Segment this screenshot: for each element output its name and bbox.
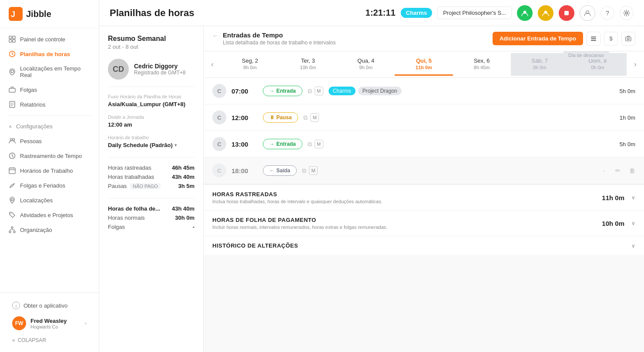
sidebar-nav: Painel de controle Planilhas de horas Lo…: [0, 28, 99, 292]
memo-icon-4[interactable]: M: [309, 166, 318, 175]
collapse-button[interactable]: « COLAPSAR: [7, 334, 92, 347]
project-dragon-tag[interactable]: Project Dragon: [358, 87, 402, 95]
sidebar-section-settings[interactable]: ∧ Configurações: [0, 119, 99, 134]
worked-hours-value: 43h 40m: [172, 174, 195, 180]
memo-icon-2[interactable]: M: [310, 113, 319, 122]
user-avatar-yellow[interactable]: [538, 5, 553, 21]
payroll-hours-section[interactable]: HORAS DE FOLHA DE PAGAMENTO Incluir hora…: [204, 210, 644, 236]
svg-rect-27: [626, 37, 631, 41]
tracked-summary-value: 11h 0m: [602, 194, 624, 201]
work-schedule-value[interactable]: Daily Schedule (Padrão) ▾: [108, 142, 195, 148]
leaves-row: Folgas -: [108, 224, 195, 230]
day-ter-3[interactable]: Ter, 3 10h 0m: [279, 53, 337, 76]
active-project-badge[interactable]: Charms: [401, 8, 432, 18]
stop-button[interactable]: [559, 5, 574, 21]
jibble-logo-icon: J: [9, 7, 23, 21]
tracked-hours-value: 46h 45m: [172, 164, 195, 171]
help-button[interactable]: ?: [600, 6, 614, 20]
table-row: C 07:00 → Entrada ⧉ M Charms Project Dra…: [204, 78, 644, 104]
user-info-panel[interactable]: FW Fred Weasley Hogwarts Co ›: [7, 313, 92, 334]
entry-time-4: 18:00: [231, 167, 258, 174]
copy-icon-1[interactable]: ⧉: [308, 87, 312, 95]
page-title: Planilhas de horas: [110, 7, 194, 19]
svg-point-11: [13, 139, 15, 141]
sidebar-item-locations-realtime[interactable]: Localizações em Tempo Real: [0, 61, 99, 82]
timer-display: 1:21:11: [366, 8, 396, 18]
charms-tag[interactable]: Charms: [329, 87, 356, 95]
svg-rect-21: [564, 11, 569, 15]
work-schedule-section: Horário de trabalho Daily Schedule (Padr…: [108, 135, 195, 148]
delete-button-4[interactable]: 🗑: [629, 167, 635, 174]
sidebar-item-organization[interactable]: Organização: [0, 222, 99, 237]
entrada-badge-1[interactable]: → Entrada: [263, 86, 302, 96]
tracked-hours-section[interactable]: HORAS RASTREADAS Inclua horas trabalhada…: [204, 184, 644, 210]
sidebar-item-timesheets[interactable]: Planilhas de horas: [0, 47, 99, 61]
camera-view-button[interactable]: [621, 32, 635, 46]
sidebar-item-time-tracking[interactable]: Rastreamento de Tempo: [0, 148, 99, 163]
memo-icon-1[interactable]: M: [315, 87, 323, 95]
sidebar-item-people[interactable]: Pessoas: [0, 134, 99, 148]
svg-rect-13: [9, 168, 15, 174]
entry-time-2: 12:00: [231, 114, 258, 121]
back-button[interactable]: ←: [212, 32, 218, 39]
nav-divider: [7, 115, 92, 116]
copy-icon-2[interactable]: ⧉: [303, 114, 308, 121]
sidebar-item-activities-projects[interactable]: Atividades e Projetos: [0, 208, 99, 222]
sidebar-item-dashboard[interactable]: Painel de controle: [0, 32, 99, 47]
day-sab-7[interactable]: Sáb, 7 0h 0m: [511, 53, 569, 76]
pauses-value: 3h 5m: [178, 183, 195, 189]
prev-day-button[interactable]: ‹: [204, 51, 221, 77]
svg-rect-24: [591, 37, 596, 37]
saida-badge-4[interactable]: ← Saída: [263, 165, 297, 176]
get-app-button[interactable]: ↓ Obter o aplicativo: [7, 298, 92, 313]
next-day-button[interactable]: ›: [627, 51, 644, 77]
svg-rect-4: [9, 40, 12, 42]
copy-icon-4[interactable]: ⧉: [302, 167, 306, 174]
day-sex-6[interactable]: Sex, 6 8h 45m: [453, 53, 511, 76]
sidebar-item-leaves[interactable]: Folgas: [0, 82, 99, 97]
table-row: C 18:00 ← Saída ⧉ M - ✏ 🗑: [204, 158, 644, 184]
sidebar-item-reports[interactable]: Relatórios: [0, 97, 99, 112]
day-seg-2[interactable]: Seg, 2 8h 0m: [221, 53, 279, 76]
entrada-badge-3[interactable]: → Entrada: [263, 139, 302, 149]
day-label-2: Qua, 4: [340, 57, 391, 64]
timezone-label: Fuso Horário da Planilha de Horas: [108, 94, 195, 99]
employee-card: CD Cedric Diggory Registrado de GMT+8: [108, 59, 195, 87]
entry-icons-1: ⧉ M: [308, 87, 323, 95]
user-profile-button[interactable]: [580, 5, 595, 21]
dollar-view-button[interactable]: $: [604, 32, 618, 46]
day-qua-4[interactable]: Qua, 4 9h 0m: [337, 53, 395, 76]
history-section[interactable]: HISTÓRICO DE ALTERAÇÕES ∨: [204, 236, 644, 255]
entries-panel: ← Entradas de Tempo Lista detalhada de h…: [204, 26, 644, 352]
tracking-icon: [9, 152, 16, 159]
user-avatar-green[interactable]: [517, 5, 533, 21]
day-qui-5[interactable]: Qui, 5 11h 0m: [395, 53, 453, 76]
edit-button-4[interactable]: ✏: [615, 167, 621, 174]
payroll-label: Horas de folha de...: [108, 205, 160, 212]
tracked-summary-row: HORAS RASTREADAS Inclua horas trabalhada…: [212, 191, 635, 204]
sidebar-item-locations[interactable]: Localizações: [0, 193, 99, 208]
project-name-display[interactable]: Project Philosopher's S...: [437, 7, 512, 19]
grid-icon: [9, 36, 16, 43]
entries-list: C 07:00 → Entrada ⧉ M Charms Project Dra…: [204, 78, 644, 352]
pausa-badge-2[interactable]: ⏸ Pausa: [263, 112, 298, 123]
sidebar-item-work-schedules[interactable]: Horários de Trabalho: [0, 163, 99, 178]
dropdown-arrow-icon: ▾: [174, 143, 177, 148]
add-entry-button[interactable]: Adicionar Entrada de Tempo: [493, 32, 583, 45]
list-view-button[interactable]: [587, 32, 600, 46]
copy-icon-3[interactable]: ⧉: [308, 141, 312, 148]
saida-arrow-icon: ←: [269, 168, 275, 174]
entry-duration-2: 1h 0m: [614, 114, 635, 121]
table-row: C 13:00 → Entrada ⧉ M 5h 0m: [204, 131, 644, 158]
logo-area[interactable]: J Jibble: [0, 0, 99, 28]
history-summary-row: HISTÓRICO DE ALTERAÇÕES ∨: [212, 242, 635, 249]
settings-button[interactable]: [620, 6, 634, 20]
briefcase-icon: [9, 86, 16, 93]
history-chevron-icon: ∨: [631, 243, 635, 249]
location-icon: [9, 68, 16, 75]
memo-icon-3[interactable]: M: [315, 140, 323, 148]
user-avatar: FW: [12, 316, 26, 330]
day-label-3: Qui, 5: [398, 57, 449, 64]
sidebar-item-leaves-holidays[interactable]: Folgas e Feriados: [0, 178, 99, 193]
normal-hours-label: Horas normais: [108, 215, 145, 221]
